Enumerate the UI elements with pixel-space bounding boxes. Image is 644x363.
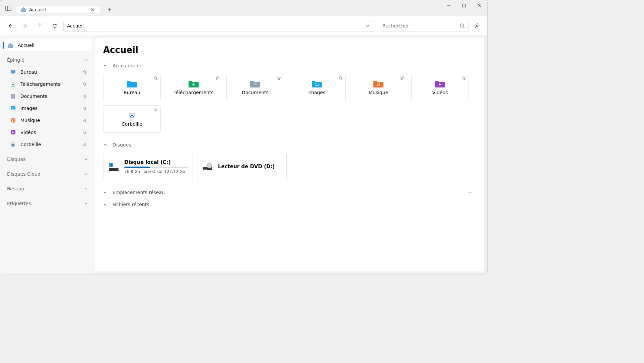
tab-home[interactable]: Accueil [16, 6, 100, 13]
settings-button[interactable] [471, 20, 483, 32]
quick-access-tile[interactable]: Bureau [103, 74, 161, 101]
quick-access-tile[interactable]: Images [288, 74, 346, 101]
quick-access-tile[interactable]: Corbeille [103, 105, 161, 133]
drive-usage-bar [124, 167, 188, 168]
tile-label: Bureau [124, 90, 140, 95]
drive-tile[interactable]: Disque local (C:)76,8 Go libre(s) sur 12… [103, 153, 193, 180]
drive-tile[interactable]: Lecteur de DVD (D:) [197, 153, 287, 180]
sidebar-section-pinned[interactable]: Épinglé [3, 54, 92, 66]
sidebar-item-music[interactable]: Musique [6, 114, 92, 126]
minimize-button[interactable] [441, 0, 456, 11]
pin-icon[interactable] [83, 106, 88, 110]
drive-body: Disque local (C:)76,8 Go libre(s) sur 12… [124, 159, 188, 174]
drive-body: Lecteur de DVD (D:) [218, 164, 282, 170]
more-button[interactable]: ··· [468, 190, 476, 195]
svg-rect-0 [6, 6, 11, 11]
close-icon [91, 8, 94, 11]
chevron-down-icon [103, 202, 109, 206]
pin-icon[interactable] [277, 76, 281, 80]
titlebar-left: Accueil [0, 0, 116, 16]
section-header-drives[interactable]: Disques [103, 142, 476, 147]
tab-close-button[interactable] [89, 6, 96, 13]
sidebar-section[interactable]: Disques Cloud [3, 168, 92, 180]
plus-icon [108, 8, 112, 12]
videos-icon [10, 129, 16, 136]
sidebar-item-images[interactable]: Images [6, 102, 92, 114]
sidebar-item-downloads[interactable]: Téléchargements [6, 78, 92, 90]
sidebar-item-documents[interactable]: Documents [6, 90, 92, 102]
pin-icon[interactable] [83, 82, 88, 86]
svg-line-5 [463, 27, 464, 28]
section-header-quick-access[interactable]: Accès rapide [103, 63, 476, 68]
drive-title: Lecteur de DVD (D:) [218, 164, 282, 170]
sidebar-item-home[interactable]: Accueil [3, 39, 92, 51]
quick-access-tile[interactable]: Documents [226, 74, 284, 101]
svg-rect-7 [11, 70, 15, 73]
pin-icon[interactable] [83, 118, 88, 122]
pin-icon[interactable] [83, 94, 88, 98]
sidebar-item-recycle[interactable]: Corbeille [6, 138, 92, 150]
svg-point-4 [460, 24, 463, 27]
pin-icon[interactable] [339, 76, 343, 80]
pin-icon[interactable] [154, 108, 158, 112]
svg-point-24 [379, 85, 380, 86]
drive-title: Disque local (C:) [124, 159, 188, 165]
quick-access-tile[interactable]: Vidéos [411, 74, 469, 101]
folder-icon [435, 80, 445, 88]
svg-point-15 [11, 118, 15, 123]
sidebar-section[interactable]: Disques [3, 153, 92, 165]
svg-rect-29 [109, 165, 111, 167]
refresh-button[interactable] [49, 20, 61, 32]
back-button[interactable] [4, 20, 16, 32]
pin-icon[interactable] [83, 142, 88, 146]
section-header-recent[interactable]: Fichiers récents [103, 202, 476, 207]
sidebar-item-label: Téléchargements [20, 81, 79, 87]
maximize-button[interactable] [456, 0, 472, 11]
music-icon [10, 117, 16, 124]
home-icon [20, 7, 26, 13]
pin-icon[interactable] [400, 76, 404, 80]
address-dropdown-button[interactable] [366, 24, 372, 28]
folder-icon [127, 80, 137, 88]
titlebar-drag-area[interactable] [116, 0, 441, 16]
up-button[interactable] [34, 20, 46, 32]
svg-rect-8 [12, 73, 14, 74]
pin-icon[interactable] [215, 76, 219, 80]
file-explorer-window: Accueil Accueil [0, 0, 488, 275]
forward-button[interactable] [19, 20, 31, 32]
pin-icon[interactable] [83, 130, 88, 134]
sidebar-item-desktop[interactable]: Bureau [6, 66, 92, 78]
sidebar-item-videos[interactable]: Vidéos [6, 126, 92, 138]
folder-icon [127, 111, 137, 119]
pin-icon[interactable] [154, 76, 158, 80]
search-icon [459, 23, 465, 28]
sidebar-item-label: Accueil [18, 43, 88, 48]
address-bar[interactable]: Accueil [63, 20, 376, 32]
close-window-button[interactable] [472, 0, 487, 11]
section-label: Accès rapide [113, 63, 143, 68]
page-title: Accueil [103, 45, 476, 55]
new-tab-button[interactable] [103, 8, 116, 12]
svg-point-32 [117, 169, 118, 170]
section-header-network[interactable]: Emplacements réseau ··· [103, 190, 476, 195]
folder-icon [311, 80, 322, 88]
address-text: Accueil [67, 23, 366, 28]
svg-point-22 [315, 83, 316, 84]
search-input[interactable] [382, 23, 459, 28]
tile-label: Musique [369, 90, 388, 95]
sidebar-item-label: Corbeille [20, 142, 79, 147]
pin-icon[interactable] [83, 70, 88, 74]
sidebar-section[interactable]: Réseau [3, 183, 92, 195]
sidebar-section-label: Disques Cloud [7, 171, 81, 177]
quick-access-tile[interactable]: Musique [350, 74, 407, 101]
quick-access-tile[interactable]: Téléchargements [165, 74, 222, 101]
section-label: Fichiers récents [113, 202, 149, 207]
sidebar-section[interactable]: Étiquettes [3, 197, 92, 209]
quick-access-grid: BureauTéléchargementsDocumentsImagesMusi… [103, 74, 476, 133]
chevron-down-icon [84, 187, 88, 191]
sidebar-toggle-button[interactable] [3, 3, 14, 14]
sidebar-section-label: Disques [7, 157, 81, 162]
search-bar[interactable] [379, 20, 469, 32]
sidebar-sections-list: DisquesDisques CloudRéseauÉtiquettes [3, 153, 92, 209]
pin-icon[interactable] [462, 76, 466, 80]
